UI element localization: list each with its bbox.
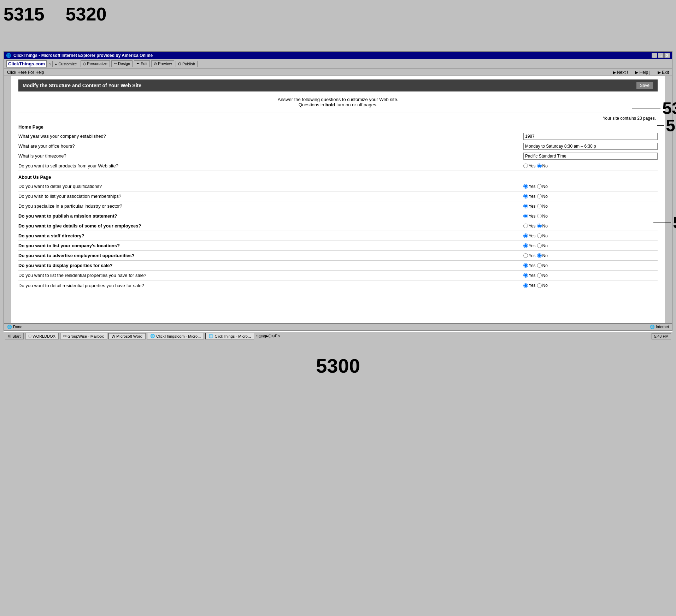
edit-btn[interactable]: ✒ Edit: [134, 60, 150, 67]
question-row-mission: Do you want to publish a mission stateme…: [18, 211, 658, 221]
radio-sell: Yes No: [523, 164, 548, 168]
taskbar-time: 5:48 PM: [652, 333, 671, 339]
site-count: Your site contains 23 pages.: [18, 116, 658, 121]
radio-lres-yes[interactable]: Yes: [523, 273, 536, 278]
question-label-established: What year was your company established?: [18, 134, 523, 139]
answer-list-residential: Yes No: [523, 273, 658, 278]
browser-icon: 🌐: [6, 53, 11, 58]
input-timezone[interactable]: [523, 153, 658, 160]
intro-line1: Answer the following questions to custom…: [18, 97, 658, 102]
input-established[interactable]: [523, 133, 658, 140]
radio-miss-no[interactable]: No: [537, 214, 548, 219]
radio-empl-yes[interactable]: Yes: [523, 253, 536, 258]
radio-staff-yes[interactable]: Yes: [523, 233, 536, 238]
question-row-memberships: Do you wish to list your association mem…: [18, 191, 658, 201]
start-button[interactable]: ⊞ Start: [5, 333, 24, 339]
exit-nav[interactable]: ▶ Exit: [658, 70, 669, 75]
radio-mission: Yes No: [523, 214, 548, 219]
bold-emphasis: bold: [325, 102, 335, 107]
taskbar-clickthings2[interactable]: 🌐 ClickThings - Micro...: [205, 333, 254, 339]
answer-employment: Yes No: [523, 253, 658, 258]
question-label-staff: Do you want a staff directory?: [18, 233, 523, 238]
radio-miss-yes[interactable]: Yes: [523, 214, 536, 219]
radio-sell-yes[interactable]: Yes: [523, 164, 536, 168]
radio-lres-no[interactable]: No: [537, 273, 548, 278]
personalize-btn[interactable]: ◇ Personalize: [81, 60, 110, 67]
divider-1: [18, 113, 658, 113]
next-nav[interactable]: ▶ Next !: [613, 70, 628, 75]
radio-qual-no[interactable]: No: [537, 184, 548, 189]
question-label-employment: Do you want to advertise employment oppo…: [18, 253, 523, 258]
answer-hours[interactable]: [523, 143, 658, 150]
help-link[interactable]: Click Here For Help: [7, 70, 44, 75]
design-btn[interactable]: ✏ Design: [111, 60, 133, 67]
intro-section: Answer the following questions to custom…: [18, 97, 658, 107]
preview-btn[interactable]: ⊙ Preview: [151, 60, 174, 67]
bottom-center-number: 5300: [4, 354, 672, 377]
help-nav[interactable]: ▶ Help |: [635, 70, 650, 75]
mission-row-container: Do you want to publish a mission stateme…: [18, 211, 658, 221]
taskbar-word[interactable]: W Microsoft Word: [108, 333, 146, 339]
radio-memberships: Yes No: [523, 194, 548, 199]
radio-qual-yes[interactable]: Yes: [523, 184, 536, 189]
radio-dres-yes[interactable]: Yes: [523, 283, 536, 288]
answer-sell: Yes No: [523, 164, 658, 168]
question-label-employees: Do you want to give details of some of y…: [18, 223, 523, 229]
radio-emp-yes[interactable]: Yes: [523, 224, 536, 229]
brand-logo[interactable]: ClickThings.com: [6, 60, 47, 67]
question-label-sell: Do you want to sell products from your W…: [18, 163, 523, 168]
taskbar-clickthings1[interactable]: 🌐 ClickThings!com - Micro...: [147, 333, 204, 339]
tray-icons: ⊙◎⊠▶⬡⊙En: [255, 334, 280, 338]
question-row-employees: Do you want to give details of some of y…: [18, 221, 658, 231]
radio-emp-no[interactable]: No: [537, 224, 548, 229]
page-wrapper: 5315 5320 🌐 ClickThings - Microsoft Inte…: [0, 0, 676, 616]
publish-btn[interactable]: O Publish: [176, 61, 198, 67]
number-5320: 5320: [66, 4, 107, 25]
radio-empl-no[interactable]: No: [537, 253, 548, 258]
taskbar-groupwise[interactable]: ✉ GroupWise - Mailbox: [60, 333, 107, 339]
radio-ind-no[interactable]: No: [537, 204, 548, 209]
radio-ind-yes[interactable]: Yes: [523, 204, 536, 209]
menu-bar: Click Here For Help ▶ Next ! ▶ Help | ▶ …: [4, 69, 672, 76]
save-button[interactable]: Save: [636, 82, 653, 89]
intro-line2: Questions in bold turn on or off pages.: [18, 102, 658, 107]
radio-employment: Yes No: [523, 253, 548, 258]
taskbar-worlddox[interactable]: ⊞ WORLDDOX: [25, 333, 59, 339]
question-label-qualifications: Do you want to detail your qualification…: [18, 184, 523, 189]
answer-properties: Yes No: [523, 263, 658, 268]
radio-detail-residential: Yes No: [523, 283, 548, 288]
page-header-title: Modify the Structure and Content of Your…: [23, 83, 141, 88]
customize-btn[interactable]: ⬧ Customize: [52, 61, 79, 67]
radio-sell-no[interactable]: No: [537, 164, 548, 168]
radio-loc-yes[interactable]: Yes: [523, 243, 536, 248]
question-label-memberships: Do you wish to list your association mem…: [18, 194, 523, 199]
browser-titlebar: 🌐 ClickThings - Microsoft Internet Explo…: [4, 52, 672, 59]
maximize-btn[interactable]: □: [658, 53, 664, 58]
content-area: Modify the Structure and Content of Your…: [4, 76, 672, 323]
start-icon: ⊞: [8, 334, 11, 338]
answer-established[interactable]: [523, 133, 658, 140]
question-row-industry: Do you specialize in a particular indust…: [18, 201, 658, 211]
radio-loc-no[interactable]: No: [537, 243, 548, 248]
question-row-detail-residential: Do you want to detail residential proper…: [18, 280, 658, 290]
question-label-hours: What are your office hours?: [18, 143, 523, 149]
minimize-btn[interactable]: _: [652, 53, 657, 58]
answer-timezone[interactable]: [523, 153, 658, 160]
radio-prop-no[interactable]: No: [537, 263, 548, 268]
question-row-qualifications: Do you want to detail your qualification…: [18, 182, 658, 191]
question-label-properties: Do you want to display properties for sa…: [18, 263, 523, 268]
titlebar-controls[interactable]: _ □ X: [652, 53, 670, 58]
zone-text: 🌐 Internet: [650, 325, 669, 329]
radio-staff-no[interactable]: No: [537, 233, 548, 238]
answer-staff: Yes No: [523, 233, 658, 238]
top-numbers: 5315 5320: [4, 4, 672, 25]
radio-prop-yes[interactable]: Yes: [523, 263, 536, 268]
radio-memb-yes[interactable]: Yes: [523, 194, 536, 199]
input-hours[interactable]: [523, 143, 658, 150]
radio-memb-no[interactable]: No: [537, 194, 548, 199]
close-btn[interactable]: X: [664, 53, 670, 58]
groupwise-icon: ✉: [63, 334, 66, 338]
browser-toolbar: ClickThings.com ⌂ ⬧ Customize ◇ Personal…: [4, 59, 672, 69]
radio-dres-no[interactable]: No: [537, 283, 548, 288]
question-row-established: What year was your company established?: [18, 131, 658, 141]
